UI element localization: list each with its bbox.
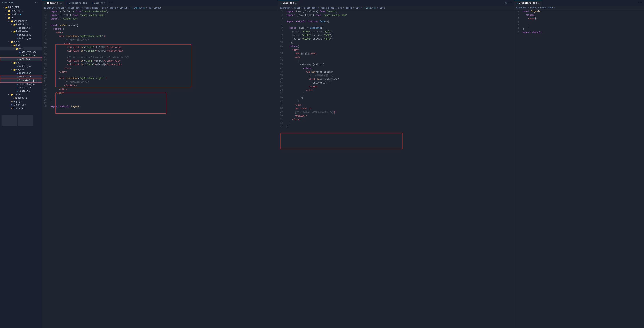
sidebar-menu-icon[interactable]: ··· (34, 1, 40, 4)
tab-cats-jsx-2-close[interactable]: ✕ (295, 2, 296, 4)
tab-index-jsx-close[interactable]: ✕ (60, 2, 62, 4)
sidebar-item-about-jsx[interactable]: ✦ About.jsx (0, 86, 42, 90)
sidebar-item-login-jsx[interactable]: ✦ Login.jsx (0, 90, 42, 93)
tab-organinfo-jsx-1-label: OrganInfo.jsx (69, 2, 87, 4)
sidebar-item-nodemodules[interactable]: ▸ 📁 node_mo... (0, 9, 42, 12)
sidebar-item-components[interactable]: ▾ 📁 components (0, 20, 42, 23)
editors-container: ⚛ index.jsx ✕ ✦ OrganInfo.jsx ✦ Cats.jsx… (42, 0, 644, 328)
table-row: 30 <Outlet/> (278, 114, 514, 118)
sidebar-item-cat[interactable]: ▾ 📁 Cat (0, 44, 42, 47)
table-row: 12 <li><Link to="/organ">机构信息</Link></li… (42, 49, 278, 53)
more-tabs-icon[interactable]: ··· (508, 2, 512, 4)
sidebar: EXPLORER ··· ▾ 📁 HBUILDER ▸ 📁 node_mo...… (0, 0, 42, 328)
sidebar-item-dog[interactable]: ▾ 📁 Dog (0, 61, 42, 64)
table-row: 10 ]); (278, 41, 514, 44)
table-row: 27 (42, 102, 278, 105)
tab-organinfo-jsx-3[interactable]: ✦ OrganInfo.jsx ✕ (514, 0, 542, 6)
table-row: 13 <h2>猫咪信息</h2> (278, 52, 514, 56)
sidebar-root-label: HBUILDER (8, 6, 19, 9)
table-row: 23 </div> (42, 88, 278, 91)
table-row: 6 const [cats] = useState([ (278, 26, 514, 30)
table-row: 5 (278, 24, 514, 26)
sidebar-item-catinfo-css[interactable]: ■ catInfo.css (0, 50, 42, 54)
table-row: 4export default function Cats(){ (278, 20, 514, 24)
sidebar-item-src[interactable]: ▾ 📁 src (0, 16, 42, 20)
sidebar-item-app-js[interactable]: JS App.js (0, 100, 42, 103)
table-row: 13 (42, 53, 278, 56)
table-row: 2import {Link,Outlet} from 'react-router… (278, 14, 514, 17)
tab-organinfo-jsx-3-close[interactable]: ✕ (538, 2, 540, 4)
sidebar-item-hbuilder[interactable]: ▾ 📁 HBUILDER (0, 6, 42, 9)
tab-bar-3: ✦ OrganInfo.jsx ✕ ··· (514, 0, 644, 6)
sidebar-item-layout-css[interactable]: ■ index.css (0, 72, 42, 75)
sidebar-item-catinfo-jsx[interactable]: ✦ CatInfo.jsx (0, 54, 42, 57)
code-table-3: 1const OrganIn 2 return( 3 <div>机 4 5 ) … (514, 10, 644, 34)
table-row: 12 <div> (278, 48, 514, 52)
sidebar-item-petheader-jsx[interactable]: ✦ index.jsx (0, 37, 42, 40)
table-row: 3 <div>机 (514, 17, 644, 21)
sidebar-item-cats-jsx[interactable]: ⚛ Cats.jsx (0, 57, 42, 61)
tab-index-jsx-label: index.jsx (47, 2, 59, 4)
tab-cats-jsx-2[interactable]: ⚛ Cats.jsx ✕ (278, 0, 299, 6)
table-row: 19 (42, 74, 278, 77)
code-area-1[interactable]: 1import { Outlet } from "react-router-do… (42, 10, 278, 328)
editor-panel-2: ⚛ Cats.jsx ✕ ⧉ ··· qianduan > react > re… (278, 0, 514, 328)
sidebar-thumbnail-1 (2, 115, 17, 126)
table-row: 9 {catId:'A1003',catName:'花花'} (278, 37, 514, 41)
table-row: 4 (514, 21, 644, 24)
main-content: ⚛ index.jsx ✕ ✦ OrganInfo.jsx ✦ Cats.jsx… (42, 0, 644, 328)
sidebar-item-organinfo-jsx[interactable]: ⚛ OrganInfo.j... (0, 79, 42, 82)
code-area-2[interactable]: 1import React,{useState} from "react"; 2… (278, 10, 514, 328)
sidebar-item-dog-index[interactable]: ✦ index.jsx (0, 64, 42, 68)
table-row: 23 </li> (278, 89, 514, 92)
table-row: 3 (278, 17, 514, 20)
sidebar-item-routes-index[interactable]: JS index.js (0, 96, 42, 100)
tab-bar-2: ⚛ Cats.jsx ✕ ⧉ ··· (278, 0, 514, 6)
sidebar-item-userinfo-jsx[interactable]: ✦ UserInfo.jsx (0, 82, 42, 86)
table-row: 14 <ul> (278, 56, 514, 59)
tab-cats-jsx-1-label: Cats.jsx (94, 2, 105, 4)
table-row: 29 {/* 三级路由 猫猫的详细信息 */}| (278, 111, 514, 114)
table-row: 18 <li key={cat.catId}> (278, 70, 514, 74)
split-editor-icon[interactable]: ⧉ (504, 2, 506, 4)
table-row: 24 </div> (42, 91, 278, 95)
table-row: 19 {/* 编写路由链接 */} (278, 74, 514, 78)
sidebar-item-pages[interactable]: ▾ 📁 pages (0, 40, 42, 44)
table-row: 21 {/* 展示二级路由 */} (42, 80, 278, 84)
table-row: 21 {cat.catId}--{ (278, 81, 514, 85)
sidebar-item-info[interactable]: ▾ 📁 Info (0, 47, 42, 50)
tab-index-jsx[interactable]: ⚛ index.jsx ✕ (42, 0, 64, 6)
tab-cats-jsx-1[interactable]: ✦ Cats.jsx (89, 0, 108, 6)
table-row: 27 </ul> (278, 104, 514, 107)
table-row: 1const OrganIn (514, 10, 644, 14)
more-tabs-icon-3[interactable]: ··· (638, 2, 642, 4)
sidebar-item-layout[interactable]: ▾ 📁 Layout (0, 68, 42, 72)
code-table-2: 1import React,{useState} from "react"; 2… (278, 10, 514, 129)
tab-bar-1: ⚛ index.jsx ✕ ✦ OrganInfo.jsx ✦ Cats.jsx… (42, 0, 278, 6)
breadcrumb-3: qianduan > react > react-demo > (514, 6, 644, 10)
sidebar-item-layout-index-jsx[interactable]: ⚛ index.jsx (0, 75, 42, 79)
table-row: 28 <br /><br /> (278, 107, 514, 111)
table-row: 22 <Outlet/> (42, 84, 278, 88)
table-row: 24 ) (278, 92, 514, 96)
sidebar-thumbnail-2 (18, 115, 33, 126)
table-row: 5 ) (514, 24, 644, 27)
table-row: 11 return( (278, 45, 514, 48)
table-row: 9 {/* 展示一级路由 */} (42, 38, 278, 42)
table-row: 4 (42, 21, 278, 24)
sidebar-item-index-css[interactable]: ■ index.css (0, 103, 42, 107)
sidebar-item-index-js[interactable]: JS index.js (0, 107, 42, 110)
table-row: 2import { Link } from "react-router-dom"… (42, 14, 278, 17)
tab-organinfo-jsx-1[interactable]: ✦ OrganInfo.jsx (64, 0, 89, 6)
sidebar-item-routes[interactable]: ▾ 📁 routes (0, 93, 42, 96)
code-area-3[interactable]: 1const OrganIn 2 return( 3 <div>机 4 5 ) … (514, 10, 644, 328)
tab-organinfo-jsx-3-label: OrganInfo.jsx (519, 2, 537, 4)
sidebar-item-petheader[interactable]: ▾ 📁 PetHeader (0, 30, 42, 33)
tab-cats-jsx-2-label: Cats.jsx (283, 2, 294, 4)
sidebar-item-public[interactable]: ▸ 📁 public (0, 12, 42, 16)
sidebar-item-petheader-css[interactable]: ■ index.css (0, 33, 42, 37)
tab-overflow-1[interactable]: ··· (108, 0, 115, 6)
table-row: 8 {catId:'A1002',catName:'阿苦'}, (278, 34, 514, 37)
sidebar-item-petbottom[interactable]: ▾ 📁 PetBottom (0, 23, 42, 26)
sidebar-item-petbottom-index[interactable]: ✦ index.jsx (0, 26, 42, 30)
